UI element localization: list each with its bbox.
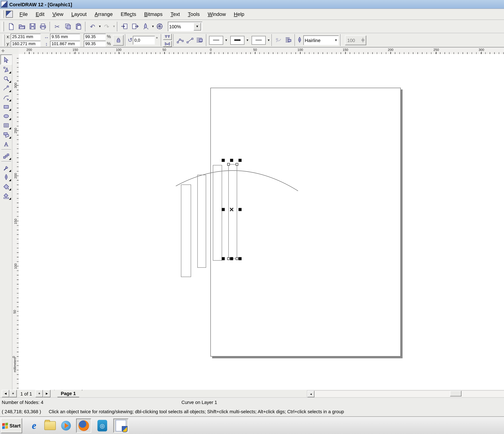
flyout-indicator [9,170,11,172]
outline-width-dropdown-arrow[interactable]: ▼ [334,38,337,42]
redo-dropdown-arrow[interactable]: ▼ [112,25,116,28]
scale-vertical-field[interactable]: 99.35 [84,41,106,47]
firefox-task-button[interactable] [76,419,91,433]
menu-tools[interactable]: Tools [184,10,204,18]
basic-shapes-tool[interactable] [1,130,11,139]
ruler-origin-icon[interactable]: ✛ [0,48,19,54]
horizontal-scrollbar[interactable]: ◄ ► [307,390,504,398]
vertical-ruler[interactable]: millimeters 300250200150100500 [12,54,19,390]
open-button[interactable] [17,21,27,32]
menu-bitmaps[interactable]: Bitmaps [140,10,167,18]
smart-drawing-tool[interactable] [1,92,11,102]
v-ruler-tick-label: 150 [14,219,18,224]
drawing-canvas[interactable] [19,54,504,390]
object-height-field[interactable]: 101.867 mm [50,41,80,47]
to-curve-button[interactable] [175,35,185,45]
menubar-grip[interactable] [2,10,4,18]
document-navigator: ◄ + 1 of 1 + ► Page 1 ◄ ► [0,390,504,397]
graph-paper-tool[interactable] [1,120,11,130]
new-document-button[interactable] [6,21,16,32]
horizontal-ruler[interactable]: millimeters 2001501005005010015020025030… [19,48,504,54]
toolbar-grip[interactable] [2,21,4,31]
y-label: y: [7,41,10,46]
last-page-button[interactable]: ► [43,390,51,397]
menu-effects[interactable]: Effects [117,10,140,18]
fill-tool[interactable] [1,181,11,191]
to-line-button[interactable] [185,35,195,45]
rectangle-tool[interactable] [1,102,11,111]
horizontal-scroll-thumb[interactable] [450,391,461,396]
hint-text: Click an object twice for rotating/skewi… [49,409,344,414]
start-arrowhead-selector[interactable]: ▼ [208,36,228,45]
flyout-indicator [9,99,11,101]
undo-dropdown-arrow[interactable]: ▼ [98,25,101,28]
windows-explorer-icon[interactable] [44,420,56,431]
media-player-icon[interactable] [60,420,72,431]
corel-online-button[interactable] [154,21,165,32]
application-launcher-button[interactable] [140,21,151,32]
flyout-indicator [9,90,11,92]
mirror-vertical-button[interactable] [163,41,172,47]
add-page-after-button[interactable]: + [36,390,43,397]
zoom-dropdown-arrow[interactable]: ▼ [193,22,201,30]
menu-window[interactable]: Window [204,10,230,18]
object-x-position-field[interactable]: 25.231 mm [11,34,41,40]
wrap-paragraph-text-button[interactable] [195,35,205,45]
cut-button[interactable]: ✂ [52,21,63,32]
interactive-blend-tool[interactable] [1,151,11,160]
first-page-button[interactable]: ◄ [2,390,9,397]
pick-tool[interactable] [0,54,12,65]
save-button[interactable] [27,21,38,32]
menu-layout[interactable]: Layout [67,10,91,18]
coreldraw-app-icon [1,1,8,8]
menu-edit[interactable]: Edit [32,10,48,18]
text-tool[interactable]: A [1,139,11,148]
zoom-level-combo[interactable]: 100% ▼ [168,21,202,31]
text-wrap-offset-spinner[interactable]: 100 [345,35,366,45]
corel-capture-task-button[interactable]: ◎ [96,419,109,432]
internet-explorer-icon[interactable]: e [28,420,40,431]
h-ruler-tick-label: 200 [388,48,393,52]
degree-label: ° [156,36,158,41]
nonproportional-scaling-lock-button[interactable] [113,35,124,45]
object-width-field[interactable]: 9.55 mm [50,34,80,40]
outline-style-selector[interactable]: ▼ [230,36,249,45]
print-button[interactable] [38,21,48,32]
flyout-indicator [9,81,11,83]
shape-tool[interactable] [1,65,11,74]
menu-file[interactable]: File [16,10,32,18]
end-arrowhead-selector[interactable]: ▼ [251,36,270,45]
paste-button[interactable] [73,21,84,32]
flyout-indicator [9,71,11,73]
object-y-position-field[interactable]: 160.271 mm [11,41,41,47]
node-count-label: Number of Nodes: 4 [2,399,44,405]
import-button[interactable] [119,21,130,32]
eyedropper-tool[interactable] [1,163,11,172]
menu-text[interactable]: Text [167,10,184,18]
add-page-before-button[interactable]: + [9,390,17,397]
propbar-grip[interactable] [3,34,5,46]
outline-tool[interactable] [1,172,11,181]
page-tab[interactable]: Page 1 [54,390,82,397]
ellipse-tool[interactable] [1,111,11,120]
interactive-fill-tool[interactable] [1,191,11,200]
menu-bar: FileEditViewLayoutArrangeEffectsBitmapsT… [0,9,504,20]
copy-button[interactable] [63,21,73,32]
application-launcher-dropdown-arrow[interactable]: ▼ [151,25,154,28]
text-wrap-button[interactable] [283,35,293,45]
mirror-horizontal-button[interactable] [163,34,172,40]
menu-arrange[interactable]: Arrange [91,10,117,18]
scale-horizontal-field[interactable]: 99.35 [84,34,106,40]
export-button[interactable] [130,21,140,32]
undo-button[interactable]: ↶ [87,21,98,32]
freehand-tool[interactable] [1,83,11,92]
menu-help[interactable]: Help [230,10,248,18]
outline-width-combo[interactable]: Hairline ▼ [303,35,339,45]
coreldraw-application-window: CorelDRAW 12 - [Graphic1] _ ⧉ ✕ FileEdit… [0,0,504,434]
rotation-angle-field[interactable]: 0,0 [133,36,155,45]
zoom-tool[interactable] [1,74,11,83]
start-button[interactable]: Start [1,418,22,433]
scroll-left-arrow[interactable]: ◄ [307,391,315,397]
coreldraw-document-task-button[interactable] [113,419,128,433]
menu-view[interactable]: View [48,10,67,18]
